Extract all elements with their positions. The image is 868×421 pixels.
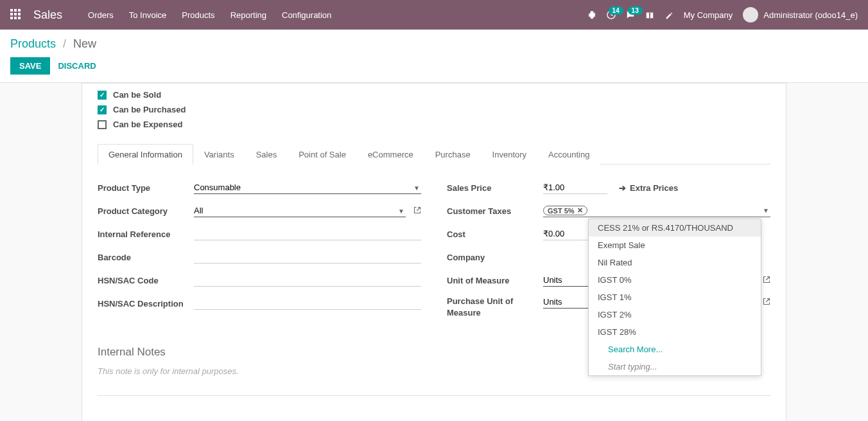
checkbox-can-be-sold[interactable]: Can be Sold bbox=[98, 87, 770, 102]
dropdown-start-typing[interactable]: Start typing... bbox=[589, 358, 761, 375]
dropdown-item[interactable]: IGST 28% bbox=[589, 323, 761, 341]
field-hsn-desc: HSN/SAC Description bbox=[98, 296, 421, 311]
hsn-desc-input[interactable] bbox=[194, 297, 421, 310]
form-sheet: Can be Sold Can be Purchased Can be Expe… bbox=[82, 83, 786, 421]
apps-icon[interactable] bbox=[10, 9, 21, 21]
checkbox-label: Can be Expensed bbox=[113, 120, 182, 129]
puom-select[interactable] bbox=[543, 296, 588, 309]
dropdown-item[interactable]: CESS 21% or RS.4170/THOUSAND bbox=[589, 219, 761, 237]
product-category-select[interactable]: ▼ bbox=[194, 204, 406, 217]
activities-badge: 14 bbox=[609, 6, 623, 15]
breadcrumb-sep: / bbox=[63, 37, 66, 50]
app-name[interactable]: Sales bbox=[33, 8, 62, 22]
field-customer-taxes: Customer Taxes GST 5% ✕ ▼ CESS 21% or RS… bbox=[447, 203, 770, 219]
dropdown-item[interactable]: Nil Rated bbox=[589, 254, 761, 271]
user-menu[interactable]: Administrator (odoo14_e) bbox=[743, 7, 858, 22]
tab-purchase[interactable]: Purchase bbox=[424, 144, 482, 165]
menu-to-invoice[interactable]: To Invoice bbox=[129, 10, 167, 20]
field-sales-price: Sales Price ➔ Extra Prices bbox=[447, 180, 770, 195]
checkbox-icon[interactable] bbox=[98, 105, 107, 114]
menu-reporting[interactable]: Reporting bbox=[230, 10, 266, 20]
checkbox-label: Can be Sold bbox=[113, 90, 161, 100]
uom-select[interactable] bbox=[543, 274, 588, 287]
tab-accounting[interactable]: Accounting bbox=[537, 144, 600, 165]
svg-rect-5 bbox=[18, 13, 21, 15]
breadcrumb: Products / New bbox=[10, 37, 858, 51]
tax-tag-remove-icon[interactable]: ✕ bbox=[577, 206, 583, 215]
tab-general-information[interactable]: General Information bbox=[98, 144, 193, 165]
checkbox-can-be-purchased[interactable]: Can be Purchased bbox=[98, 102, 770, 117]
gift-icon[interactable] bbox=[645, 10, 654, 19]
checkbox-label: Can be Purchased bbox=[113, 105, 186, 114]
caret-down-icon: ▼ bbox=[763, 207, 769, 214]
puom-input[interactable] bbox=[543, 296, 588, 309]
uom-input[interactable] bbox=[543, 274, 588, 287]
label: Unit of Measure bbox=[447, 276, 543, 285]
checkbox-icon[interactable] bbox=[98, 91, 107, 100]
menu-products[interactable]: Products bbox=[182, 10, 214, 20]
tab-point-of-sale[interactable]: Point of Sale bbox=[288, 144, 357, 165]
external-link-icon[interactable] bbox=[763, 276, 770, 285]
activities-icon[interactable]: 14 bbox=[607, 10, 616, 19]
tab-variants[interactable]: Variants bbox=[193, 144, 245, 165]
product-type-select[interactable]: ▼ bbox=[194, 181, 421, 194]
svg-rect-6 bbox=[10, 17, 13, 19]
extra-prices-button[interactable]: ➔ Extra Prices bbox=[619, 183, 678, 193]
menu-configuration[interactable]: Configuration bbox=[282, 10, 331, 20]
sales-price-input[interactable] bbox=[543, 181, 607, 194]
tools-icon[interactable] bbox=[664, 10, 673, 19]
top-menu: Orders To Invoice Products Reporting Con… bbox=[88, 10, 331, 20]
svg-rect-12 bbox=[649, 13, 650, 19]
breadcrumb-root[interactable]: Products bbox=[10, 37, 56, 50]
customer-taxes-select[interactable]: GST 5% ✕ ▼ CESS 21% or RS.4170/THOUSAND … bbox=[543, 204, 770, 217]
hsn-code-input[interactable] bbox=[194, 274, 421, 287]
checkbox-icon[interactable] bbox=[98, 120, 107, 129]
svg-rect-3 bbox=[10, 13, 13, 15]
form-area: Can be Sold Can be Purchased Can be Expe… bbox=[71, 83, 797, 421]
user-name: Administrator (odoo14_e) bbox=[763, 10, 858, 20]
tax-tag-label: GST 5% bbox=[548, 207, 575, 215]
company-input[interactable] bbox=[543, 251, 588, 264]
topbar: Sales Orders To Invoice Products Reporti… bbox=[0, 0, 868, 30]
tab-sales[interactable]: Sales bbox=[245, 144, 288, 165]
cost-input[interactable] bbox=[543, 228, 588, 240]
tab-ecommerce[interactable]: eCommerce bbox=[357, 144, 424, 165]
barcode-input[interactable] bbox=[194, 251, 421, 264]
messages-badge: 13 bbox=[628, 6, 643, 15]
external-link-icon[interactable] bbox=[413, 206, 421, 216]
checkbox-can-be-expensed[interactable]: Can be Expensed bbox=[98, 117, 770, 132]
left-column: Product Type ▼ Product Category ▼ bbox=[98, 180, 421, 327]
arrow-right-icon: ➔ bbox=[619, 183, 626, 193]
internal-reference-input[interactable] bbox=[194, 228, 421, 240]
label: Barcode bbox=[98, 253, 194, 262]
dropdown-item[interactable]: IGST 1% bbox=[589, 289, 761, 306]
dropdown-item[interactable]: Exempt Sale bbox=[589, 237, 761, 254]
buttons-row: SAVE DISCARD bbox=[10, 57, 858, 75]
taxes-dropdown: CESS 21% or RS.4170/THOUSAND Exempt Sale… bbox=[588, 219, 761, 376]
label: Product Category bbox=[98, 206, 194, 216]
field-internal-reference: Internal Reference bbox=[98, 226, 421, 242]
menu-orders[interactable]: Orders bbox=[88, 10, 114, 20]
company-name[interactable]: My Company bbox=[684, 10, 733, 20]
dropdown-item[interactable]: IGST 2% bbox=[589, 306, 761, 323]
label: Cost bbox=[447, 229, 543, 239]
product-category-input[interactable] bbox=[194, 204, 406, 217]
messages-icon[interactable]: 13 bbox=[626, 10, 635, 19]
field-product-category: Product Category ▼ bbox=[98, 203, 421, 219]
discard-button[interactable]: DISCARD bbox=[58, 61, 96, 71]
external-link-icon[interactable] bbox=[763, 298, 770, 307]
right-column: Sales Price ➔ Extra Prices Customer Taxe… bbox=[447, 180, 770, 327]
bug-icon[interactable] bbox=[587, 10, 596, 19]
field-hsn-code: HSN/SAC Code bbox=[98, 273, 421, 288]
save-button[interactable]: SAVE bbox=[10, 57, 50, 75]
label: Sales Price bbox=[447, 183, 543, 193]
dropdown-item[interactable]: IGST 0% bbox=[589, 271, 761, 289]
dropdown-search-more[interactable]: Search More... bbox=[589, 341, 761, 358]
svg-rect-0 bbox=[10, 9, 13, 12]
svg-rect-8 bbox=[18, 17, 21, 19]
tab-inventory[interactable]: Inventory bbox=[482, 144, 537, 165]
extra-prices-label: Extra Prices bbox=[630, 183, 678, 193]
field-product-type: Product Type ▼ bbox=[98, 180, 421, 195]
customer-taxes-input[interactable] bbox=[590, 204, 770, 217]
product-type-input[interactable] bbox=[194, 181, 421, 194]
